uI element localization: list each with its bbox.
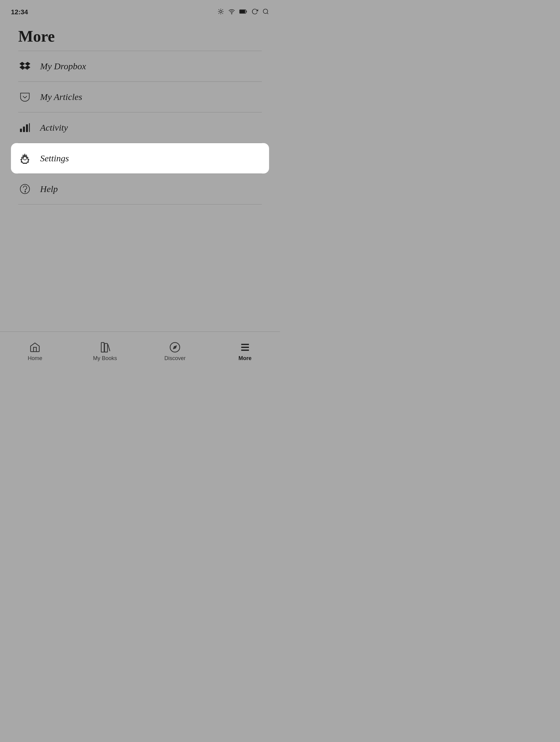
nav-item-discover[interactable]: Discover (140, 341, 210, 362)
status-bar: 12:34 (0, 0, 280, 21)
menu-item-help[interactable]: Help (18, 174, 262, 204)
pocket-icon (18, 90, 32, 104)
main-content: More My Dropbox (0, 21, 280, 205)
home-nav-label: Home (27, 355, 42, 362)
page-title: More (18, 28, 262, 45)
home-icon (29, 341, 41, 353)
more-nav-label: More (238, 355, 251, 362)
nav-item-mybooks[interactable]: My Books (70, 341, 140, 362)
books-icon (99, 341, 111, 353)
menu-item-dropbox[interactable]: My Dropbox (18, 51, 262, 82)
menu-list: My Dropbox My Articles (18, 51, 262, 205)
help-label: Help (40, 184, 58, 194)
activity-icon (18, 121, 32, 134)
svg-line-8 (222, 9, 223, 10)
svg-point-18 (23, 157, 27, 160)
svg-rect-14 (20, 129, 22, 132)
svg-rect-22 (105, 343, 108, 352)
dropbox-label: My Dropbox (40, 61, 86, 71)
svg-rect-16 (26, 124, 28, 132)
svg-point-0 (220, 10, 222, 12)
svg-line-13 (267, 13, 268, 14)
battery-icon (239, 8, 247, 16)
svg-marker-24 (173, 345, 177, 349)
nav-item-home[interactable]: Home (0, 341, 70, 362)
settings-label: Settings (40, 153, 69, 163)
menu-item-articles[interactable]: My Articles (18, 82, 262, 112)
svg-rect-15 (23, 126, 25, 132)
discover-nav-label: Discover (164, 355, 185, 362)
svg-rect-17 (29, 123, 30, 132)
menu-item-activity[interactable]: Activity (18, 112, 262, 143)
divider-5 (18, 204, 262, 205)
discover-icon (169, 341, 181, 353)
activity-label: Activity (40, 122, 68, 133)
svg-line-3 (219, 9, 219, 10)
bottom-nav: Home My Books Discover (0, 331, 280, 371)
wifi-icon (228, 8, 235, 16)
mybooks-nav-label: My Books (93, 355, 117, 362)
articles-label: My Articles (40, 92, 82, 102)
svg-point-9 (231, 13, 232, 14)
svg-point-12 (263, 9, 268, 13)
svg-rect-11 (240, 10, 245, 13)
svg-point-20 (25, 192, 26, 192)
sync-icon (251, 8, 258, 16)
more-icon (239, 341, 251, 353)
brightness-icon (217, 8, 224, 16)
svg-line-7 (219, 13, 219, 14)
nav-item-more[interactable]: More (210, 341, 280, 362)
status-icons (217, 8, 269, 16)
dropbox-icon (18, 60, 32, 73)
search-icon[interactable] (262, 8, 269, 16)
svg-rect-21 (101, 342, 104, 352)
status-time: 12:34 (11, 8, 28, 16)
svg-line-4 (222, 13, 223, 14)
help-icon (18, 182, 32, 196)
menu-item-settings[interactable]: Settings (11, 143, 269, 173)
gear-icon (18, 152, 32, 165)
